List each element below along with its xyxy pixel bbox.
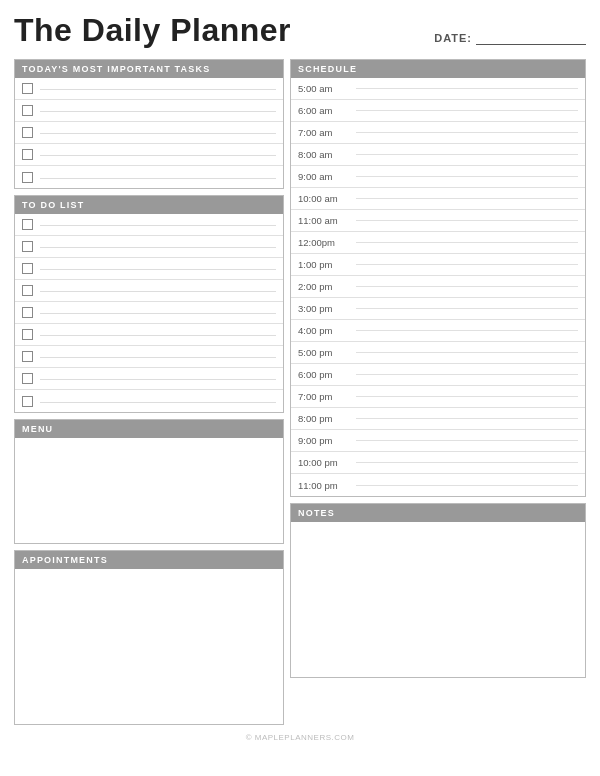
todo-row [15,214,283,236]
task-row [15,122,283,144]
date-field: DATE: [434,31,586,49]
important-tasks-header: TODAY'S MOST IMPORTANT TASKS [15,60,283,78]
time-label: 11:00 pm [298,480,356,491]
appointments-header: APPOINTMENTS [15,551,283,569]
schedule-row: 9:00 am [291,166,585,188]
time-label: 8:00 pm [298,413,356,424]
time-label: 4:00 pm [298,325,356,336]
page-title: The Daily Planner [14,12,291,49]
time-label: 9:00 am [298,171,356,182]
schedule-row: 12:00pm [291,232,585,254]
todo-checkbox[interactable] [22,307,33,318]
schedule-row: 3:00 pm [291,298,585,320]
schedule-body: 5:00 am6:00 am7:00 am8:00 am9:00 am10:00… [291,78,585,496]
todo-row [15,324,283,346]
task-checkbox[interactable] [22,105,33,116]
time-label: 11:00 am [298,215,356,226]
menu-body [15,438,283,543]
schedule-row: 10:00 am [291,188,585,210]
important-tasks-body [15,78,283,188]
task-row [15,100,283,122]
task-checkbox[interactable] [22,172,33,183]
time-label: 5:00 pm [298,347,356,358]
schedule-row: 7:00 pm [291,386,585,408]
notes-body [291,522,585,677]
task-checkbox[interactable] [22,149,33,160]
todo-checkbox[interactable] [22,219,33,230]
todo-row [15,258,283,280]
schedule-header: SCHEDULE [291,60,585,78]
task-row [15,144,283,166]
notes-section: NOTES [290,503,586,678]
schedule-row: 9:00 pm [291,430,585,452]
schedule-row: 8:00 pm [291,408,585,430]
schedule-row: 7:00 am [291,122,585,144]
todo-header: TO DO LIST [15,196,283,214]
schedule-row: 11:00 am [291,210,585,232]
task-row [15,78,283,100]
schedule-row: 6:00 am [291,100,585,122]
date-line [476,31,586,45]
time-label: 3:00 pm [298,303,356,314]
menu-section: MENU [14,419,284,544]
todo-row [15,302,283,324]
schedule-row: 10:00 pm [291,452,585,474]
time-label: 2:00 pm [298,281,356,292]
todo-checkbox[interactable] [22,263,33,274]
todo-checkbox[interactable] [22,351,33,362]
todo-body [15,214,283,412]
todo-checkbox[interactable] [22,329,33,340]
schedule-row: 4:00 pm [291,320,585,342]
time-label: 10:00 pm [298,457,356,468]
notes-header: NOTES [291,504,585,522]
time-label: 7:00 am [298,127,356,138]
todo-section: TO DO LIST [14,195,284,413]
right-column: SCHEDULE 5:00 am6:00 am7:00 am8:00 am9:0… [290,59,586,678]
appointments-body [15,569,283,724]
time-label: 8:00 am [298,149,356,160]
important-tasks-section: TODAY'S MOST IMPORTANT TASKS [14,59,284,189]
todo-row [15,390,283,412]
task-checkbox[interactable] [22,83,33,94]
schedule-row: 5:00 pm [291,342,585,364]
menu-header: MENU [15,420,283,438]
todo-row [15,368,283,390]
todo-row [15,280,283,302]
schedule-section: SCHEDULE 5:00 am6:00 am7:00 am8:00 am9:0… [290,59,586,497]
main-layout: TODAY'S MOST IMPORTANT TASKS TO DO LIST [14,59,586,725]
time-label: 6:00 am [298,105,356,116]
schedule-row: 6:00 pm [291,364,585,386]
page-header: The Daily Planner DATE: [14,12,586,49]
todo-checkbox[interactable] [22,396,33,407]
todo-checkbox[interactable] [22,285,33,296]
appointments-section: APPOINTMENTS [14,550,284,725]
task-checkbox[interactable] [22,127,33,138]
todo-checkbox[interactable] [22,241,33,252]
time-label: 1:00 pm [298,259,356,270]
schedule-row: 1:00 pm [291,254,585,276]
schedule-row: 11:00 pm [291,474,585,496]
time-label: 12:00pm [298,237,356,248]
time-label: 9:00 pm [298,435,356,446]
todo-row [15,346,283,368]
todo-row [15,236,283,258]
time-label: 7:00 pm [298,391,356,402]
footer: © MAPLEPLANNERS.COM [14,733,586,742]
time-label: 5:00 am [298,83,356,94]
schedule-row: 8:00 am [291,144,585,166]
schedule-row: 2:00 pm [291,276,585,298]
left-column: TODAY'S MOST IMPORTANT TASKS TO DO LIST [14,59,284,725]
schedule-row: 5:00 am [291,78,585,100]
time-label: 10:00 am [298,193,356,204]
task-row [15,166,283,188]
time-label: 6:00 pm [298,369,356,380]
todo-checkbox[interactable] [22,373,33,384]
